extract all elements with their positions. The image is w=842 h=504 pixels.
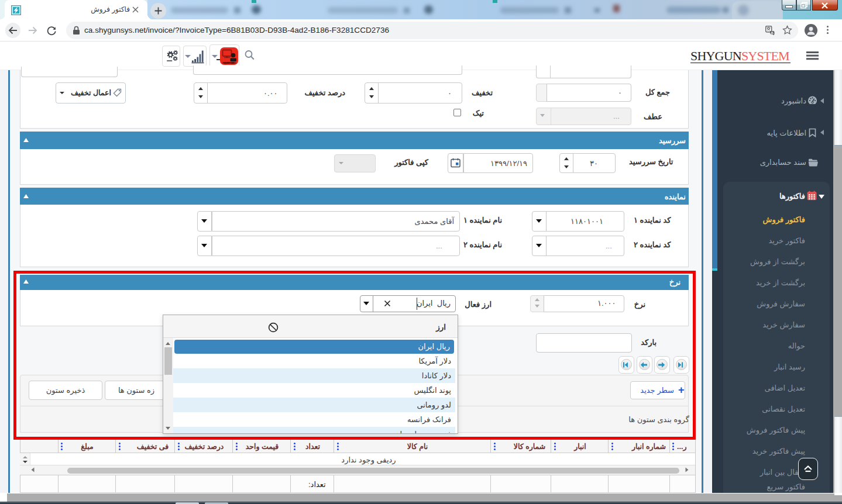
svg-text:REQUEST DEMO: REQUEST DEMO <box>222 62 236 64</box>
